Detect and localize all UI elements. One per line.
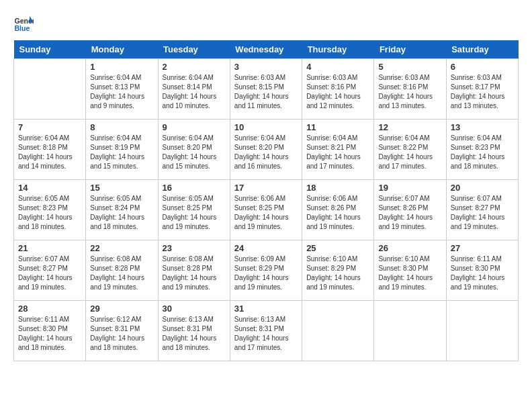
daylight-text: Daylight: 14 hours and 11 minutes. [234,92,298,111]
sunset-text: Sunset: 8:17 PM [451,83,514,92]
daylight-text: Daylight: 14 hours and 18 minutes. [90,213,153,232]
sunrise-text: Sunrise: 6:04 AM [451,134,514,143]
cell-info: Sunrise: 6:10 AMSunset: 8:30 PMDaylight:… [378,255,441,292]
sunrise-text: Sunrise: 6:10 AM [306,255,369,264]
logo-icon: General Blue [13,13,34,34]
header-sunday: Sunday [14,40,86,59]
day-number: 26 [378,243,441,253]
calendar-cell: 11Sunrise: 6:04 AMSunset: 8:21 PMDayligh… [302,120,374,180]
day-number: 5 [378,62,441,72]
sunrise-text: Sunrise: 6:04 AM [234,134,298,143]
daylight-text: Daylight: 14 hours and 15 minutes. [90,152,153,171]
calendar-cell: 26Sunrise: 6:10 AMSunset: 8:30 PMDayligh… [374,240,446,301]
sunrise-text: Sunrise: 6:09 AM [234,255,298,264]
sunrise-text: Sunrise: 6:05 AM [18,194,81,203]
day-number: 20 [451,183,514,193]
daylight-text: Daylight: 14 hours and 12 minutes. [306,92,369,111]
sunset-text: Sunset: 8:21 PM [306,143,369,152]
calendar-cell [302,301,374,361]
sunset-text: Sunset: 8:14 PM [163,83,226,92]
calendar-cell: 23Sunrise: 6:08 AMSunset: 8:28 PMDayligh… [158,240,230,301]
week-row-2: 7Sunrise: 6:04 AMSunset: 8:18 PMDaylight… [14,120,519,180]
day-number: 23 [163,243,226,253]
calendar-cell [446,301,518,361]
sunrise-text: Sunrise: 6:05 AM [163,194,226,203]
sunset-text: Sunset: 8:24 PM [90,203,153,213]
daylight-text: Daylight: 14 hours and 18 minutes. [90,334,153,353]
sunset-text: Sunset: 8:20 PM [234,143,298,152]
sunset-text: Sunset: 8:20 PM [163,143,226,152]
calendar-cell: 5Sunrise: 6:03 AMSunset: 8:16 PMDaylight… [374,59,446,120]
cell-info: Sunrise: 6:07 AMSunset: 8:27 PMDaylight:… [18,255,81,292]
day-number: 30 [163,304,226,314]
header-tuesday: Tuesday [158,40,230,59]
sunrise-text: Sunrise: 6:04 AM [378,134,441,143]
calendar-cell: 2Sunrise: 6:04 AMSunset: 8:14 PMDaylight… [158,59,230,120]
calendar-table: SundayMondayTuesdayWednesdayThursdayFrid… [13,40,519,361]
calendar-cell: 28Sunrise: 6:11 AMSunset: 8:30 PMDayligh… [14,301,86,361]
sunrise-text: Sunrise: 6:12 AM [90,315,153,324]
calendar-cell: 8Sunrise: 6:04 AMSunset: 8:19 PMDaylight… [86,120,158,180]
cell-info: Sunrise: 6:04 AMSunset: 8:18 PMDaylight:… [18,134,81,171]
day-number: 28 [18,304,81,314]
header-monday: Monday [86,40,158,59]
calendar-cell [374,301,446,361]
daylight-text: Daylight: 14 hours and 19 minutes. [451,213,514,232]
sunrise-text: Sunrise: 6:07 AM [18,255,81,264]
cell-info: Sunrise: 6:04 AMSunset: 8:13 PMDaylight:… [90,73,153,111]
sunrise-text: Sunrise: 6:04 AM [90,73,153,83]
cell-info: Sunrise: 6:07 AMSunset: 8:26 PMDaylight:… [378,194,441,232]
calendar-cell: 13Sunrise: 6:04 AMSunset: 8:23 PMDayligh… [446,120,518,180]
cell-info: Sunrise: 6:06 AMSunset: 8:25 PMDaylight:… [234,194,298,232]
sunrise-text: Sunrise: 6:13 AM [234,315,298,324]
day-number: 17 [234,183,298,193]
sunrise-text: Sunrise: 6:04 AM [163,73,226,83]
sunrise-text: Sunrise: 6:03 AM [234,73,298,83]
daylight-text: Daylight: 14 hours and 18 minutes. [163,334,226,353]
sunrise-text: Sunrise: 6:07 AM [378,194,441,203]
sunrise-text: Sunrise: 6:08 AM [90,255,153,264]
daylight-text: Daylight: 14 hours and 19 minutes. [163,273,226,292]
cell-info: Sunrise: 6:13 AMSunset: 8:31 PMDaylight:… [234,315,298,353]
cell-info: Sunrise: 6:12 AMSunset: 8:31 PMDaylight:… [90,315,153,353]
day-number: 15 [90,183,153,193]
cell-info: Sunrise: 6:04 AMSunset: 8:22 PMDaylight:… [378,134,441,171]
day-number: 29 [90,304,153,314]
calendar-cell: 6Sunrise: 6:03 AMSunset: 8:17 PMDaylight… [446,59,518,120]
sunrise-text: Sunrise: 6:06 AM [306,194,369,203]
cell-info: Sunrise: 6:03 AMSunset: 8:17 PMDaylight:… [451,73,514,111]
sunset-text: Sunset: 8:22 PM [378,143,441,152]
sunrise-text: Sunrise: 6:04 AM [18,134,81,143]
day-number: 31 [234,304,298,314]
week-row-5: 28Sunrise: 6:11 AMSunset: 8:30 PMDayligh… [14,301,519,361]
calendar-cell: 12Sunrise: 6:04 AMSunset: 8:22 PMDayligh… [374,120,446,180]
calendar-cell [14,59,86,120]
header-thursday: Thursday [302,40,374,59]
sunrise-text: Sunrise: 6:03 AM [306,73,369,83]
daylight-text: Daylight: 14 hours and 13 minutes. [451,92,514,111]
cell-info: Sunrise: 6:05 AMSunset: 8:23 PMDaylight:… [18,194,81,232]
sunset-text: Sunset: 8:25 PM [234,203,298,213]
sunrise-text: Sunrise: 6:11 AM [18,315,81,324]
daylight-text: Daylight: 14 hours and 16 minutes. [234,152,298,171]
sunset-text: Sunset: 8:28 PM [163,264,226,273]
sunset-text: Sunset: 8:31 PM [234,324,298,334]
cell-info: Sunrise: 6:05 AMSunset: 8:24 PMDaylight:… [90,194,153,232]
header-friday: Friday [374,40,446,59]
day-number: 11 [306,122,369,132]
sunset-text: Sunset: 8:13 PM [90,83,153,92]
day-number: 7 [18,122,81,132]
daylight-text: Daylight: 14 hours and 19 minutes. [306,273,369,292]
daylight-text: Daylight: 14 hours and 13 minutes. [378,92,441,111]
sunrise-text: Sunrise: 6:07 AM [451,194,514,203]
calendar-cell: 31Sunrise: 6:13 AMSunset: 8:31 PMDayligh… [230,301,302,361]
day-number: 16 [163,183,226,193]
calendar-cell: 19Sunrise: 6:07 AMSunset: 8:26 PMDayligh… [374,180,446,240]
sunset-text: Sunset: 8:25 PM [163,203,226,213]
sunset-text: Sunset: 8:23 PM [18,203,81,213]
calendar-cell: 1Sunrise: 6:04 AMSunset: 8:13 PMDaylight… [86,59,158,120]
calendar-cell: 15Sunrise: 6:05 AMSunset: 8:24 PMDayligh… [86,180,158,240]
week-row-4: 21Sunrise: 6:07 AMSunset: 8:27 PMDayligh… [14,240,519,301]
sunset-text: Sunset: 8:28 PM [90,264,153,273]
sunset-text: Sunset: 8:30 PM [451,264,514,273]
